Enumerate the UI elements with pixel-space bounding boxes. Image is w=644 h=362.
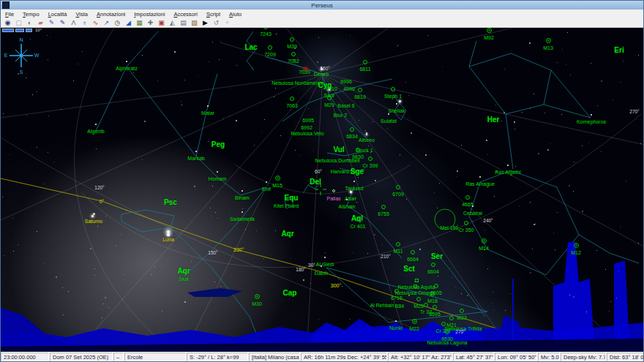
sky-label-algenib: Algenib xyxy=(87,129,104,134)
status-tracked-object: Ercole xyxy=(124,352,186,361)
sky-symbol xyxy=(472,205,473,207)
sky-label-sadalmelik: Sadalmelik xyxy=(230,216,255,222)
menu-item-aiuto[interactable]: Aiuto xyxy=(225,10,246,18)
background-star xyxy=(12,218,13,219)
sky-label-homam: Homam xyxy=(209,176,227,181)
background-star xyxy=(97,226,98,227)
menu-item-impostazioni[interactable]: Impostazioni xyxy=(130,10,169,18)
bright-star xyxy=(366,134,367,135)
sky-label-al-rehbah: Al Rehbah xyxy=(370,303,394,308)
sky-label-210-: 210° xyxy=(381,254,390,259)
pencil-icon[interactable]: ✎ xyxy=(46,19,57,27)
background-star xyxy=(623,61,624,61)
background-star xyxy=(609,311,610,312)
image-icon[interactable]: ▦ xyxy=(134,19,145,27)
field-icon[interactable]: ▢ xyxy=(13,19,24,27)
sky-label-7063: 7063 xyxy=(286,103,298,108)
background-star xyxy=(208,141,209,142)
sky-label-m15: M15 xyxy=(272,183,282,188)
sky-label-120-: 120° xyxy=(94,185,104,190)
background-star xyxy=(530,272,531,274)
background-star xyxy=(181,101,181,102)
menu-item-annotazioni[interactable]: Annotazioni xyxy=(92,10,130,18)
background-star xyxy=(573,191,574,192)
background-star xyxy=(514,121,515,123)
palette-icon[interactable]: ▧ xyxy=(189,19,200,27)
sky-symbol xyxy=(321,265,322,267)
clock-icon[interactable]: ◷ xyxy=(112,19,123,27)
sky-symbol xyxy=(416,297,421,301)
menu-item-località[interactable]: Località xyxy=(44,10,72,18)
background-star xyxy=(530,108,531,109)
dish-icon[interactable]: ◭ xyxy=(167,19,178,27)
background-star xyxy=(503,112,505,113)
chart-icon[interactable]: ◢ xyxy=(123,19,134,27)
svg-text:E: E xyxy=(4,53,8,58)
play-icon[interactable]: ▶ xyxy=(200,19,211,27)
sky-symbol xyxy=(396,103,397,105)
fov-scale-segment xyxy=(2,29,14,32)
sky-label-60-: 60° xyxy=(315,169,322,174)
sky-symbol xyxy=(126,61,127,62)
sky-symbol: + xyxy=(412,319,417,324)
sky-label-240-: 240° xyxy=(483,218,493,223)
background-star xyxy=(414,282,415,282)
sky-label-ras-algethi: Ras Algethi xyxy=(495,170,520,175)
cloud-dim-icon[interactable]: ◌ xyxy=(233,19,244,27)
sky-label-m12: M12 xyxy=(571,250,581,255)
sky-label-her: Her xyxy=(487,117,500,122)
sky-symbol xyxy=(394,289,399,293)
menu-item-script[interactable]: Script xyxy=(202,10,225,18)
sky-label-6604: 6604 xyxy=(427,269,439,274)
star-dim-icon[interactable]: ✦ xyxy=(222,19,233,27)
background-star xyxy=(26,73,27,74)
compasses-icon[interactable]: Λ xyxy=(68,19,79,27)
pointer-icon[interactable]: ↗ xyxy=(101,19,112,27)
sky-label-skat: Skat xyxy=(179,276,189,282)
sky-label-m30: M30 xyxy=(252,301,262,306)
sky-symbol xyxy=(268,45,272,50)
zoom-icon[interactable]: ◉ xyxy=(2,19,13,27)
undo-icon[interactable]: ↺ xyxy=(211,19,222,27)
menu-item-vista[interactable]: Vista xyxy=(71,10,92,18)
perseus-window: Perseus FileTempoLocalitàVistaAnnotazion… xyxy=(0,0,644,362)
background-star xyxy=(94,275,95,276)
background-star xyxy=(198,75,199,76)
background-star xyxy=(495,105,496,105)
background-star xyxy=(570,75,571,75)
sky-symbol xyxy=(464,221,468,225)
monitor-icon[interactable]: ▣ xyxy=(156,19,167,27)
sky-label-albireo: Albireo xyxy=(359,137,375,143)
sky-symbol xyxy=(433,305,437,309)
sky-label-m13: M13 xyxy=(543,45,553,50)
sky-label-cr-350: Cr 350 xyxy=(458,227,473,233)
sky-label-6834: 6834 xyxy=(346,134,358,139)
sky-label-6664: 6664 xyxy=(407,257,419,262)
sky-symbol xyxy=(332,189,335,192)
background-star xyxy=(350,319,351,320)
sky-symbol xyxy=(388,113,389,115)
lines-icon[interactable]: ✚ xyxy=(145,19,156,27)
sky-label-mel-186: Mel 186 xyxy=(441,225,459,230)
sky-label-biur-2: Biur 2 xyxy=(334,113,347,118)
background-star xyxy=(10,154,10,155)
status-ar-dec: AR: 16h 11m 29s Dec: +24° 39' 55" xyxy=(301,352,387,361)
sphere-icon[interactable]: ◐ xyxy=(24,19,35,27)
route-icon[interactable]: ∿ xyxy=(90,19,101,27)
sky-label-m22: M22 xyxy=(409,326,419,331)
menu-item-file[interactable]: File xyxy=(1,10,18,18)
title-bar[interactable]: Perseus xyxy=(1,1,643,10)
menu-item-accessori[interactable]: Accessori xyxy=(169,10,202,18)
printer-icon[interactable]: ▤ xyxy=(178,19,189,27)
background-star xyxy=(105,297,106,298)
sky-label-0-: 0° xyxy=(100,199,105,204)
status-mv: Mv: 5.0 xyxy=(538,352,560,361)
eraser-icon[interactable]: ▰ xyxy=(35,19,46,27)
sky-chart[interactable]: 10° NSEW 7243M39720970827039DenebNebulos… xyxy=(1,28,644,354)
background-star xyxy=(154,266,155,267)
globe-icon[interactable]: ♁ xyxy=(79,19,90,27)
sky-label-6709: 6709 xyxy=(392,192,404,197)
menu-item-tempo[interactable]: Tempo xyxy=(18,10,44,18)
pen-icon[interactable]: ✎ xyxy=(57,19,68,27)
sky-label-aqr: Aqr xyxy=(177,268,190,274)
